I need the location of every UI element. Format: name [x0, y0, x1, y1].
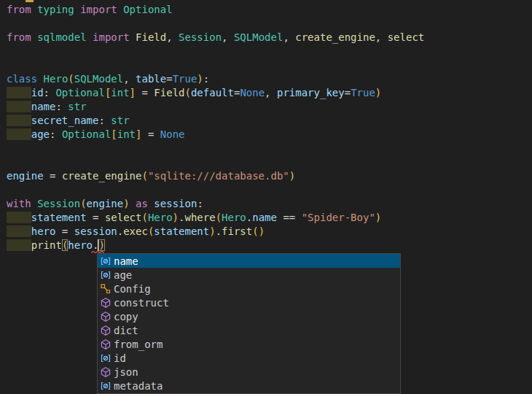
code-token: ,: [222, 31, 234, 43]
code-editor[interactable]: from typing import Optionalfrom sqlmodel…: [0, 0, 532, 394]
suggestion-item-age[interactable]: age: [98, 268, 400, 282]
code-token: [87, 31, 93, 43]
code-token: str: [68, 101, 86, 112]
code-line[interactable]: print(hero.): [7, 239, 532, 252]
code-token: Session: [179, 31, 222, 43]
code-token: ): [98, 239, 104, 251]
code-token: ): [375, 87, 381, 98]
code-line[interactable]: id: Optional[int] = Field(default=None, …: [7, 86, 532, 100]
code-token: session: [154, 198, 197, 209]
suggestion-label: from_orm: [114, 339, 163, 350]
code-token: Optional: [62, 128, 111, 140]
suggestion-item-dict[interactable]: dict: [98, 323, 400, 337]
code-token: as: [136, 198, 148, 209]
code-token: [: [111, 128, 117, 140]
code-area[interactable]: from typing import Optionalfrom sqlmodel…: [7, 3, 532, 252]
code-token: statement: [31, 212, 87, 223]
code-token: "Spider-Boy": [302, 212, 375, 223]
code-line[interactable]: name: str: [7, 100, 532, 114]
code-token: id: [31, 87, 44, 98]
suggestion-label: copy: [114, 311, 138, 322]
code-token: import: [80, 4, 117, 15]
code-token: (: [185, 87, 191, 98]
code-token: engine: [7, 170, 44, 182]
suggestion-label: age: [114, 269, 132, 281]
indent-highlight: [7, 225, 31, 237]
suggestion-item-id[interactable]: id: [98, 351, 400, 365]
suggestion-item-construct[interactable]: construct: [98, 296, 400, 309]
indent-highlight: [7, 212, 31, 223]
code-token: print: [31, 239, 62, 251]
code-line[interactable]: statement = select(Hero).where(Hero.name…: [7, 211, 532, 225]
code-token: :: [98, 115, 111, 126]
indent-highlight: [7, 101, 31, 112]
code-token: int: [117, 128, 136, 140]
code-token: table: [136, 73, 166, 85]
code-token: =: [87, 212, 105, 223]
code-token: ): [375, 212, 381, 223]
symbol-method-icon: [100, 325, 112, 336]
code-token: ,: [166, 31, 179, 43]
suggestion-label: json: [114, 366, 138, 378]
suggestion-item-metadata[interactable]: metadata: [98, 379, 400, 393]
code-line[interactable]: [7, 58, 532, 72]
suggestion-label: id: [114, 352, 126, 364]
code-token: :: [50, 128, 62, 140]
code-token: ): [197, 73, 203, 85]
code-token: create_engine: [295, 31, 375, 43]
code-token: secret_name: [31, 115, 99, 126]
symbol-method-icon: [100, 297, 112, 309]
code-token: select: [388, 31, 425, 43]
code-token: Field: [154, 87, 184, 98]
code-line[interactable]: [7, 142, 532, 155]
code-token: Field: [136, 31, 166, 43]
code-token: default: [191, 87, 234, 98]
code-line[interactable]: [7, 183, 532, 197]
code-token: name: [252, 212, 277, 223]
code-token: session: [74, 225, 117, 237]
code-token: exec: [123, 225, 148, 237]
code-token: .: [246, 212, 252, 223]
code-token: :: [55, 101, 68, 112]
symbol-field-icon: [100, 255, 112, 267]
symbol-field-icon: [100, 352, 112, 364]
symbol-method-icon: [100, 339, 112, 350]
code-line[interactable]: age: Optional[int] = None: [7, 128, 532, 142]
code-token: [74, 4, 80, 15]
code-token: hero: [31, 225, 56, 237]
code-line[interactable]: from sqlmodel import Field, Session, SQL…: [7, 31, 532, 45]
code-line[interactable]: engine = create_engine("sqlite:///databa…: [7, 169, 532, 183]
suggestion-item-from_orm[interactable]: from_orm: [98, 337, 400, 351]
code-token: Hero: [44, 73, 69, 85]
suggestion-item-name[interactable]: name: [98, 254, 400, 268]
code-token: ]: [130, 87, 136, 98]
code-token: primary_key: [277, 87, 345, 98]
code-line[interactable]: [7, 155, 532, 169]
code-token: age: [31, 128, 50, 140]
suggestion-label: name: [114, 255, 138, 267]
indent-highlight: [7, 239, 31, 251]
code-line[interactable]: with Session(engine) as session:: [7, 197, 532, 211]
suggestion-label: construct: [114, 297, 169, 309]
code-token: [37, 73, 43, 85]
code-token: class: [7, 73, 37, 85]
suggestion-label: Config: [114, 283, 151, 295]
suggestion-item-Config[interactable]: Config: [98, 282, 400, 296]
indent-highlight: [7, 87, 31, 98]
code-line[interactable]: hero = session.exec(statement).first(): [7, 225, 532, 239]
code-token: engine: [87, 198, 124, 209]
code-token: ,: [265, 87, 277, 98]
code-line[interactable]: secret_name: str: [7, 114, 532, 128]
code-line[interactable]: from typing import Optional: [7, 3, 532, 17]
code-token: .: [216, 225, 222, 237]
code-token: =: [136, 87, 154, 98]
code-token: select: [105, 212, 142, 223]
code-line[interactable]: [7, 45, 532, 58]
code-token: [31, 31, 37, 43]
code-line[interactable]: class Hero(SQLModel, table=True):: [7, 72, 532, 86]
code-token: None: [160, 128, 185, 140]
code-line[interactable]: [7, 17, 532, 31]
suggestion-item-copy[interactable]: copy: [98, 309, 400, 323]
suggestion-item-json[interactable]: json: [98, 365, 400, 379]
code-token: (: [252, 225, 258, 237]
